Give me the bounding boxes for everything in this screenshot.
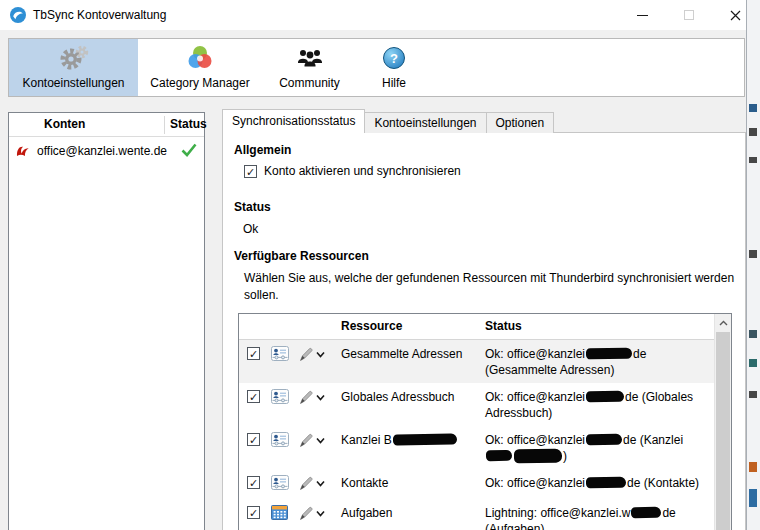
sync-status-pane: Allgemein ✓ Konto aktivieren und synchro…: [222, 132, 746, 530]
addressbook-icon: [271, 346, 299, 365]
redaction-mark: [586, 434, 622, 446]
redaction-mark: [631, 507, 661, 519]
background-fragment: [749, 359, 757, 367]
addressbook-icon: [271, 389, 299, 408]
gears-icon: [57, 42, 91, 74]
resource-row[interactable]: ✓KontakteOk: office@kanzleide (Kontakte): [239, 469, 714, 499]
maximize-button[interactable]: [666, 0, 711, 30]
resource-row[interactable]: ✓Gesammelte AdressenOk: office@kanzleide…: [239, 340, 714, 383]
resource-row[interactable]: ✓Globales AdressbuchOk: office@kanzleide…: [239, 383, 714, 426]
resource-checkbox[interactable]: ✓: [247, 506, 260, 519]
background-fragment: [749, 330, 757, 338]
account-enable-label: Konto aktivieren und synchronisieren: [264, 164, 461, 178]
resource-status: Ok: office@kanzleide (Kanzlei ): [485, 432, 712, 464]
background-fragment: [749, 391, 757, 398]
redaction-mark: [486, 450, 512, 461]
tab-optionen[interactable]: Optionen: [486, 112, 555, 133]
red-swirl-icon: [15, 143, 31, 159]
maximize-icon: [684, 10, 694, 20]
column-header-status[interactable]: Status: [170, 117, 207, 131]
title-bar: TbSync Kontoverwaltung: [0, 0, 746, 30]
resource-name: Kontakte: [341, 475, 485, 491]
resource-name: Gesammelte Adressen: [341, 346, 485, 362]
minimize-button[interactable]: [620, 0, 665, 30]
resource-row[interactable]: ✓AufgabenLightning: office@kanzlei.wde (…: [239, 499, 714, 530]
column-header-konten[interactable]: Konten: [44, 117, 85, 131]
svg-text:?: ?: [390, 51, 398, 66]
toolbar-item-category-manager[interactable]: Category Manager: [138, 39, 262, 96]
edit-resource-button[interactable]: [299, 476, 341, 491]
status-value: Ok: [243, 222, 258, 236]
background-fragment: [749, 489, 757, 507]
accounts-header: Konten Status: [9, 113, 204, 137]
scroll-up-button[interactable]: [715, 314, 731, 331]
column-separator: [164, 116, 165, 134]
edit-resource-button[interactable]: [299, 347, 341, 362]
account-name: office@kanzlei.wente.de: [37, 144, 167, 158]
addressbook-icon: [271, 475, 299, 494]
toolbar-item-hilfe[interactable]: ? Hilfe: [357, 39, 431, 96]
resource-status: Ok: office@kanzleide (Gesammelte Adresse…: [485, 346, 712, 378]
column-header-status[interactable]: Status: [485, 319, 522, 333]
section-heading-status: Status: [234, 200, 271, 214]
resources-table-body: ✓Gesammelte AdressenOk: office@kanzleide…: [239, 340, 714, 530]
toolbar: Kontoeinstellungen Category Manager: [8, 38, 745, 97]
resource-status: Lightning: office@kanzlei.wde (Aufgaben): [485, 505, 712, 530]
resource-name: Aufgaben: [341, 505, 485, 521]
tab-synchronisationsstatus[interactable]: Synchronisationsstatus: [222, 109, 365, 133]
background-fragment: [749, 104, 757, 112]
background-fragment: [749, 462, 757, 472]
resource-checkbox[interactable]: ✓: [247, 390, 260, 403]
column-header-ressource[interactable]: Ressource: [341, 319, 402, 333]
account-row[interactable]: office@kanzlei.wente.de: [9, 137, 204, 165]
background-fragment: [749, 250, 757, 258]
minimize-icon: [637, 15, 648, 16]
resource-name: Globales Adressbuch: [341, 389, 485, 405]
account-enable-checkbox[interactable]: ✓: [244, 165, 257, 178]
resource-status: Ok: office@kanzleide (Kontakte): [485, 475, 712, 491]
edit-resource-button[interactable]: [299, 390, 341, 405]
section-heading-allgemein: Allgemein: [234, 143, 291, 157]
redaction-mark: [586, 477, 626, 489]
background-fragment: [749, 128, 757, 136]
thunderbird-logo-icon: [10, 7, 26, 23]
section-heading-ressourcen: Verfügbare Ressourcen: [234, 249, 369, 263]
scrollbar-thumb[interactable]: [716, 332, 730, 530]
addressbook-icon: [271, 432, 299, 451]
accounts-panel: Konten Status office@kanzlei.wente.de: [8, 112, 205, 530]
toolbar-item-label: Community: [279, 76, 340, 90]
redaction-mark: [586, 348, 632, 360]
resource-name: Kanzlei B: [341, 432, 485, 448]
calendar-icon: [271, 505, 299, 524]
chevron-up-icon: [719, 320, 728, 326]
account-enable-row: ✓ Konto aktivieren und synchronisieren: [244, 164, 461, 178]
rgb-circles-icon: [186, 42, 214, 74]
window-title: TbSync Kontoverwaltung: [33, 0, 166, 30]
resource-checkbox[interactable]: ✓: [247, 433, 260, 446]
toolbar-item-label: Kontoeinstellungen: [22, 76, 124, 90]
resource-checkbox[interactable]: ✓: [247, 476, 260, 489]
toolbar-item-label: Hilfe: [382, 76, 406, 90]
edit-resource-button[interactable]: [299, 506, 341, 521]
edit-resource-button[interactable]: [299, 433, 341, 448]
resource-row[interactable]: ✓Kanzlei BOk: office@kanzleide (Kanzlei …: [239, 426, 714, 469]
redaction-mark: [586, 391, 624, 403]
table-scrollbar[interactable]: [714, 314, 731, 530]
toolbar-item-label: Category Manager: [150, 76, 249, 90]
resource-status: Ok: office@kanzleide (Globales Adressbuc…: [485, 389, 712, 421]
tab-kontoeinstellungen[interactable]: Kontoeinstellungen: [364, 112, 486, 133]
redaction-mark: [514, 449, 562, 464]
toolbar-item-community[interactable]: Community: [262, 39, 357, 96]
tbsync-dialog-window: TbSync Kontoverwaltung Kontoeinstellunge…: [0, 0, 747, 530]
people-icon: [295, 42, 325, 74]
resource-checkbox[interactable]: ✓: [247, 347, 260, 360]
redaction-mark: [393, 433, 457, 445]
background-fragment: [749, 157, 757, 163]
close-icon: [730, 10, 741, 21]
help-icon: ?: [382, 42, 406, 74]
green-checkmark-icon: [181, 143, 197, 160]
toolbar-item-kontoeinstellungen[interactable]: Kontoeinstellungen: [9, 39, 138, 96]
ressourcen-description: Wählen Sie aus, welche der gefundenen Re…: [244, 270, 746, 304]
resources-table: Ressource Status ✓Gesammelte AdressenOk:…: [238, 313, 732, 530]
resources-table-header: Ressource Status: [239, 314, 731, 340]
